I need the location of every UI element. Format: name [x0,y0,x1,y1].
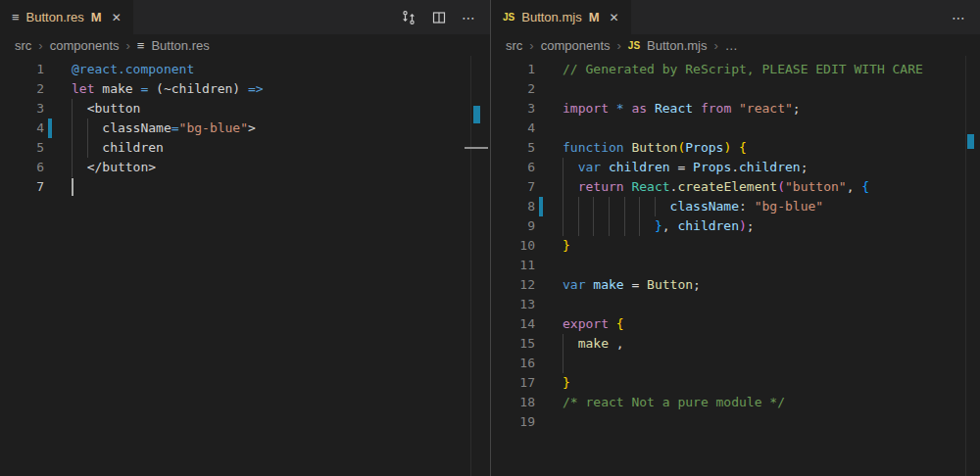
breadcrumb-left: src › components › ≡ Button.res [0,34,490,56]
chevron-right-icon: › [126,38,130,53]
line-number: 7 [0,177,44,197]
indent-guide [639,216,640,236]
overview-ruler-cursor-marker [465,147,488,149]
code-editor-right[interactable]: 1// Generated by ReScript, PLEASE EDIT W… [491,56,980,432]
gutter-spacer [48,138,52,158]
indent-guide [563,197,564,216]
tab-button-res[interactable]: ≡ Button.res M ✕ [0,0,133,34]
indent-guide [624,197,625,216]
code-line[interactable]: 4 className="bg-blue"> [0,119,490,138]
split-editor-icon[interactable] [431,10,447,25]
code-line[interactable]: 1@react.component [0,60,490,79]
code-line[interactable]: 17} [491,373,980,393]
line-text: function Button(Props) { [563,138,980,158]
code-line[interactable]: 3import * as React from "react"; [491,99,980,119]
indent-guide [609,216,610,236]
close-icon[interactable]: ✕ [112,11,122,24]
compare-changes-icon[interactable] [401,10,416,25]
gutter-spacer [539,158,543,177]
modified-badge: M [589,10,600,24]
code-line[interactable]: 9 }, children); [491,216,980,236]
line-number: 9 [491,216,535,236]
line-text: className: "bg-blue" [563,197,980,216]
gutter-spacer [539,79,543,99]
line-text: return React.createElement("button", { [563,177,980,197]
breadcrumb-symbol-ellipsis[interactable]: … [725,38,738,53]
line-number: 1 [0,60,44,79]
line-text: @react.component [72,60,490,79]
indent-guide [72,138,73,158]
code-line[interactable]: 13 [491,295,980,314]
editor-actions-left: ⋯ [401,0,476,34]
gutter-spacer [539,295,543,314]
line-number: 13 [491,295,535,314]
more-actions-icon[interactable]: ⋯ [462,10,476,25]
indent-guide [87,119,88,138]
breadcrumb-file[interactable]: Button.res [151,38,209,53]
code-line[interactable]: 4 [491,119,980,138]
code-line[interactable]: 5 children [0,138,490,158]
indent-guide [578,197,579,216]
line-number: 10 [491,236,535,256]
code-line[interactable]: 7 return React.createElement("button", { [491,177,980,197]
text-cursor [72,178,74,196]
breadcrumb-file[interactable]: Button.mjs [647,38,707,53]
line-number: 4 [0,119,44,138]
line-text [563,79,980,99]
code-line[interactable]: 5function Button(Props) { [491,138,980,158]
gutter-spacer [48,99,52,119]
line-text: import * as React from "react"; [563,99,980,119]
line-number: 11 [491,256,535,275]
breadcrumb-src[interactable]: src [15,38,31,53]
code-line[interactable]: 10} [491,236,980,256]
indent-guide [578,216,579,236]
code-line[interactable]: 19 [491,412,980,432]
javascript-icon: JS [503,12,514,23]
gutter-spacer [539,314,543,334]
code-line[interactable]: 11 [491,256,980,275]
code-line[interactable]: 7 [0,177,490,197]
code-line[interactable]: 2 [491,79,980,99]
breadcrumb-src[interactable]: src [506,38,522,53]
modified-line-marker [48,119,52,138]
code-line[interactable]: 6 </button> [0,158,490,177]
code-line[interactable]: 3 <button [0,99,490,119]
overview-ruler-modified-marker [967,134,974,149]
indent-guide [563,216,564,236]
line-number: 5 [491,138,535,158]
code-line[interactable]: 18/* react Not a pure module */ [491,393,980,412]
code-line[interactable]: 12var make = Button; [491,275,980,295]
line-text [563,119,980,138]
line-text: var children = Props.children; [563,158,980,177]
code-line[interactable]: 16 [491,354,980,373]
code-line[interactable]: 6 var children = Props.children; [491,158,980,177]
breadcrumb-components[interactable]: components [50,38,120,53]
line-text: className="bg-blue"> [72,119,490,138]
code-line[interactable]: 2let make = (~children) => [0,79,490,99]
code-line[interactable]: 1// Generated by ReScript, PLEASE EDIT W… [491,60,980,79]
line-text [72,177,490,197]
gutter-spacer [539,99,543,119]
line-text: // Generated by ReScript, PLEASE EDIT WI… [563,60,980,79]
line-number: 14 [491,314,535,334]
line-number: 7 [491,177,535,197]
code-line[interactable]: 14export { [491,314,980,334]
chevron-right-icon: › [617,38,621,53]
more-actions-icon[interactable]: ⋯ [952,10,966,25]
line-number: 17 [491,373,535,393]
code-editor-left[interactable]: 1@react.component2let make = (~children)… [0,56,490,197]
tab-button-mjs[interactable]: JS Button.mjs M ✕ [491,0,631,34]
code-line[interactable]: 8 className: "bg-blue" [491,197,980,216]
line-number: 2 [0,79,44,99]
code-line[interactable]: 15 make , [491,334,980,354]
breadcrumb-components[interactable]: components [541,38,611,53]
gutter-spacer [539,334,543,354]
modified-line-marker [539,197,543,216]
close-icon[interactable]: ✕ [610,11,619,24]
gutter-spacer [539,119,543,138]
gutter-spacer [48,60,52,79]
file-list-icon: ≡ [137,38,145,53]
chevron-right-icon: › [38,38,42,53]
line-text: </button> [72,158,490,177]
line-text: var make = Button; [563,275,980,295]
